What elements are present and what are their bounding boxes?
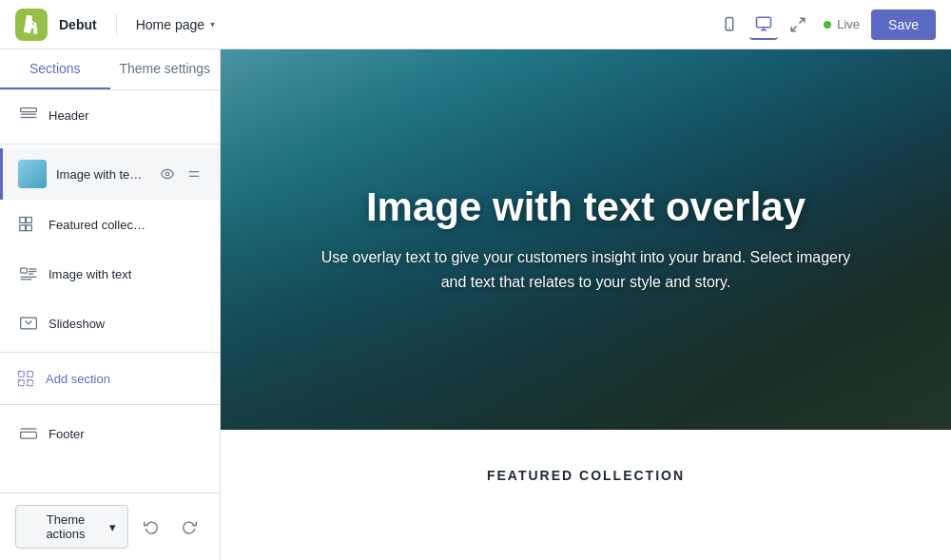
topbar: Debut Home page ▾ Live Save xyxy=(0,0,951,49)
svg-line-5 xyxy=(800,18,805,23)
topbar-divider xyxy=(116,14,117,35)
featured-collection-title: FEATURED COLLECTION xyxy=(278,468,894,483)
drag-handle-featured[interactable] xyxy=(184,216,204,233)
featured-collection-label: Featured collection xyxy=(49,218,147,232)
desktop-device-btn[interactable] xyxy=(749,10,778,40)
item-thumb-image-overlay xyxy=(18,160,47,188)
svg-point-10 xyxy=(165,172,169,176)
sidebar-list: Header Image with text ov... xyxy=(0,90,220,492)
footer-label: Footer xyxy=(49,427,204,441)
svg-point-30 xyxy=(165,321,169,325)
slideshow-icon xyxy=(18,313,39,334)
chevron-down-icon: ▾ xyxy=(210,19,215,29)
sidebar-item-image-with-text[interactable]: Image with text xyxy=(0,249,220,299)
svg-point-17 xyxy=(165,222,169,226)
live-label: Live xyxy=(837,17,860,31)
svg-rect-33 xyxy=(19,372,25,377)
live-dot xyxy=(824,21,831,29)
svg-rect-38 xyxy=(21,432,37,438)
svg-rect-2 xyxy=(757,17,771,28)
svg-rect-13 xyxy=(20,218,26,223)
tab-sections[interactable]: Sections xyxy=(0,49,110,89)
page-selector-label: Home page xyxy=(136,17,204,32)
app-name: Debut xyxy=(59,17,97,32)
main-content: Sections Theme settings Header xyxy=(0,49,951,560)
svg-rect-7 xyxy=(21,108,37,112)
fullscreen-device-btn[interactable] xyxy=(784,10,812,39)
svg-line-6 xyxy=(791,26,796,30)
add-section-item[interactable]: Add section xyxy=(0,357,220,400)
shopify-logo xyxy=(15,9,48,41)
hero-subtitle: Use overlay text to give your customers … xyxy=(320,246,852,295)
device-icons xyxy=(715,10,812,40)
header-label: Header xyxy=(49,108,204,123)
svg-point-26 xyxy=(165,272,169,276)
sidebar-tabs: Sections Theme settings xyxy=(0,49,220,90)
sidebar-item-image-overlay[interactable]: Image with text ov... xyxy=(0,148,220,200)
svg-rect-14 xyxy=(27,218,32,223)
page-selector[interactable]: Home page ▾ xyxy=(128,13,223,36)
slideshow-label: Slideshow xyxy=(49,317,147,331)
divider-2 xyxy=(0,352,220,353)
image-with-text-icon xyxy=(18,263,39,284)
theme-actions-label: Theme actions xyxy=(28,512,104,541)
image-overlay-actions xyxy=(157,165,204,183)
preview-area: Image with text overlay Use overlay text… xyxy=(221,49,951,560)
save-button[interactable]: Save xyxy=(871,10,936,40)
image-with-text-label: Image with text xyxy=(49,267,147,281)
sidebar-item-header[interactable]: Header xyxy=(0,90,220,140)
sidebar-item-footer[interactable]: Footer xyxy=(0,409,220,458)
visibility-toggle-featured[interactable] xyxy=(157,216,178,233)
preview-content: Image with text overlay Use overlay text… xyxy=(221,49,951,560)
divider-3 xyxy=(0,404,220,405)
featured-collection-icon xyxy=(18,214,39,235)
visibility-toggle-image-overlay[interactable] xyxy=(157,165,178,183)
sidebar-footer: Theme actions ▾ xyxy=(0,492,220,560)
drag-handle-image-text[interactable] xyxy=(184,265,204,282)
sidebar-item-slideshow[interactable]: Slideshow xyxy=(0,299,220,348)
image-overlay-label: Image with text ov... xyxy=(56,167,147,182)
drag-handle-image-overlay[interactable] xyxy=(184,165,204,183)
sidebar-item-featured-collection[interactable]: Featured collection xyxy=(0,200,220,249)
mobile-device-btn[interactable] xyxy=(715,10,744,39)
undo-button[interactable] xyxy=(136,513,166,540)
drag-handle-slideshow[interactable] xyxy=(184,315,204,332)
svg-rect-36 xyxy=(28,380,33,386)
svg-rect-20 xyxy=(21,268,28,273)
hero-section: Image with text overlay Use overlay text… xyxy=(221,49,951,430)
svg-rect-16 xyxy=(27,225,32,231)
svg-rect-15 xyxy=(20,225,26,231)
svg-point-1 xyxy=(728,28,730,29)
hero-title: Image with text overlay xyxy=(320,184,852,230)
divider-1 xyxy=(0,144,220,145)
add-section-icon xyxy=(15,368,36,389)
theme-actions-button[interactable]: Theme actions ▾ xyxy=(15,505,128,549)
tab-theme-settings[interactable]: Theme settings xyxy=(110,49,221,89)
live-indicator: Live xyxy=(824,17,860,31)
add-section-label: Add section xyxy=(46,372,110,386)
theme-actions-chevron: ▾ xyxy=(109,520,116,534)
svg-rect-34 xyxy=(28,372,33,377)
footer-icon xyxy=(18,423,39,444)
header-icon xyxy=(18,105,39,126)
sidebar: Sections Theme settings Header xyxy=(0,49,221,560)
hero-content: Image with text overlay Use overlay text… xyxy=(301,165,871,313)
visibility-toggle-slideshow[interactable] xyxy=(157,315,178,332)
visibility-toggle-image-text[interactable] xyxy=(157,265,178,282)
svg-rect-35 xyxy=(19,380,25,386)
redo-button[interactable] xyxy=(174,513,204,540)
featured-section: FEATURED COLLECTION xyxy=(221,430,951,544)
